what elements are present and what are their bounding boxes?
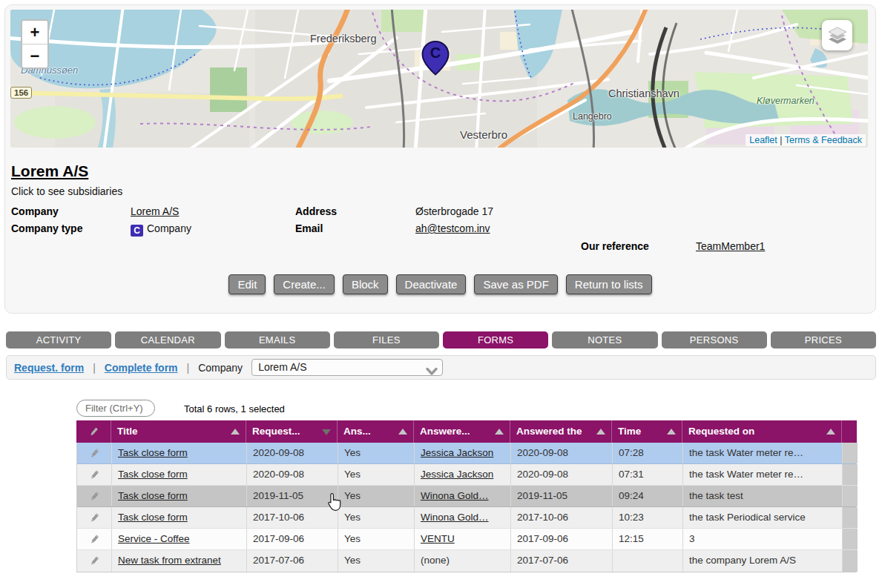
table-row[interactable]: Task close form 2020-09-08 Yes Jessica J… — [77, 443, 856, 464]
map-marker[interactable]: C — [421, 41, 450, 76]
table-row[interactable]: Task close form 2017-10-06 Yes Winona Go… — [77, 507, 856, 529]
cell-time: 07:31 — [613, 464, 683, 485]
cell-answered-by: Jessica Jackson — [415, 443, 511, 463]
create-button[interactable]: Create... — [274, 274, 335, 294]
tab-persons[interactable]: PERSONS — [662, 331, 767, 348]
person-link[interactable]: Winona Gold… — [421, 490, 489, 501]
map-layers-button[interactable] — [822, 20, 852, 50]
header-title[interactable]: Title — [111, 420, 246, 443]
complete-form-link[interactable]: Complete form — [105, 362, 178, 374]
sort-asc-icon — [667, 429, 676, 435]
cell-answered: Yes — [338, 550, 415, 572]
header-answered[interactable]: Ans... — [338, 420, 414, 443]
scroll-strip-cell — [843, 529, 858, 549]
pencil-icon — [90, 470, 99, 480]
cell-requested-on: the task Periodical service — [683, 507, 843, 528]
cell-answered: Yes — [338, 507, 415, 528]
cell-title: Task close form — [112, 443, 247, 463]
cell-title: Task close form — [112, 507, 247, 528]
scroll-strip-cell — [843, 507, 858, 528]
cell-answered-the: 2019-11-05 — [511, 486, 613, 506]
row-edit-button[interactable] — [77, 550, 112, 572]
cell-requested-on: the company Lorem A/S — [683, 550, 843, 572]
cell-requested-on: the task test — [683, 486, 843, 506]
company-value-link[interactable]: Lorem A/S — [131, 205, 179, 217]
row-edit-button[interactable] — [77, 529, 112, 549]
cell-answered-the: 2020-09-08 — [511, 443, 613, 463]
company-type-value: CCompany — [131, 222, 191, 237]
filter-input[interactable] — [76, 400, 155, 417]
person-link[interactable]: Jessica Jackson — [421, 469, 493, 480]
save-as-pdf-button[interactable]: Save as PDF — [474, 274, 557, 294]
tab-prices[interactable]: PRICES — [771, 331, 876, 348]
header-answered-the[interactable]: Answered the — [510, 420, 612, 443]
terms-feedback-link[interactable]: Terms & Feedback — [785, 135, 862, 145]
cell-answered-by: VENTU — [415, 529, 511, 549]
person-link[interactable]: Jessica Jackson — [421, 447, 493, 458]
cell-requested-on: the task Water meter re… — [683, 443, 843, 463]
tab-notes[interactable]: NOTES — [552, 331, 657, 348]
person-link[interactable]: Winona Gold… — [421, 512, 489, 523]
company-type-text: Company — [147, 222, 191, 234]
cell-answered-the: 2017-07-06 — [511, 550, 613, 572]
cell-time: 09:24 — [613, 486, 683, 506]
subsidiaries-hint[interactable]: Click to see subsidiaries — [11, 185, 122, 197]
cell-answered-the: 2017-10-06 — [511, 507, 613, 528]
chevron-down-icon — [426, 364, 438, 380]
header-requested[interactable]: Request... — [246, 420, 338, 443]
table-row[interactable]: Task close form 2020-09-08 Yes Jessica J… — [77, 464, 856, 486]
table-header: Title Request... Ans... Answere... Answe… — [76, 420, 857, 443]
tab-files[interactable]: FILES — [334, 331, 439, 348]
form-title-link[interactable]: Task close form — [118, 490, 188, 501]
company-title[interactable]: Lorem A/S — [11, 162, 88, 180]
form-title-link[interactable]: Task close form — [118, 469, 188, 480]
road-ref-badge: 156 — [10, 87, 32, 99]
row-edit-button[interactable] — [77, 507, 112, 528]
table-row[interactable]: Task close form 2019-11-05 Yes Winona Go… — [77, 486, 856, 507]
map-label-christianshavn: Christianshavn — [608, 87, 679, 99]
scroll-strip-cell — [843, 443, 858, 463]
company-select-value: Lorem A/S — [258, 361, 306, 373]
leaflet-link[interactable]: Leaflet — [749, 135, 777, 145]
table-row[interactable]: New task from extranet 2017-07-06 Yes (n… — [77, 550, 856, 572]
cell-answered: Yes — [338, 529, 415, 549]
tab-activity[interactable]: ACTIVITY — [6, 331, 111, 348]
cell-answered-the: 2017-09-06 — [511, 529, 613, 549]
email-value-link[interactable]: ah@testcom.inv — [415, 222, 490, 234]
scroll-strip-cell — [843, 464, 858, 485]
form-title-link[interactable]: New task from extranet — [118, 555, 221, 566]
block-button[interactable]: Block — [343, 274, 388, 294]
pencil-icon — [89, 427, 99, 437]
company-select[interactable]: Lorem A/S — [251, 359, 443, 376]
header-answered-by[interactable]: Answere... — [414, 420, 510, 443]
person-link[interactable]: VENTU — [421, 533, 455, 544]
zoom-out-button[interactable]: − — [22, 44, 47, 67]
tab-calendar[interactable]: CALENDAR — [115, 331, 220, 348]
company-filter-label: Company — [198, 362, 243, 374]
zoom-in-button[interactable]: + — [22, 21, 47, 44]
tab-forms[interactable]: FORMS — [443, 331, 548, 348]
pencil-icon — [90, 556, 99, 566]
row-edit-button[interactable] — [77, 486, 112, 506]
header-answered-the-label: Answered the — [516, 426, 582, 437]
row-edit-button[interactable] — [77, 464, 112, 485]
form-title-link[interactable]: Task close form — [118, 447, 188, 458]
sort-desc-icon — [322, 429, 331, 435]
header-requested-label: Request... — [252, 426, 300, 437]
row-edit-button[interactable] — [77, 443, 112, 463]
request-form-link[interactable]: Request. form — [14, 362, 84, 374]
form-title-link[interactable]: Service - Coffee — [118, 533, 190, 544]
edit-button[interactable]: Edit — [228, 274, 266, 294]
header-edit-column[interactable] — [76, 420, 111, 443]
cell-title: Task close form — [112, 486, 247, 506]
map[interactable]: Damhussøen Frederiksberg Vesterbro Chris… — [10, 10, 868, 148]
our-reference-link[interactable]: TeamMember1 — [696, 240, 765, 252]
tab-emails[interactable]: EMAILS — [225, 331, 330, 348]
table-row[interactable]: Service - Coffee 2017-09-06 Yes VENTU 20… — [77, 529, 856, 550]
header-requested-on[interactable]: Requested on — [682, 420, 842, 443]
return-to-lists-button[interactable]: Return to lists — [566, 274, 652, 294]
header-time[interactable]: Time — [612, 420, 682, 443]
deactivate-button[interactable]: Deactivate — [396, 274, 467, 294]
toolbar-separator: | — [93, 362, 96, 374]
form-title-link[interactable]: Task close form — [118, 512, 188, 523]
